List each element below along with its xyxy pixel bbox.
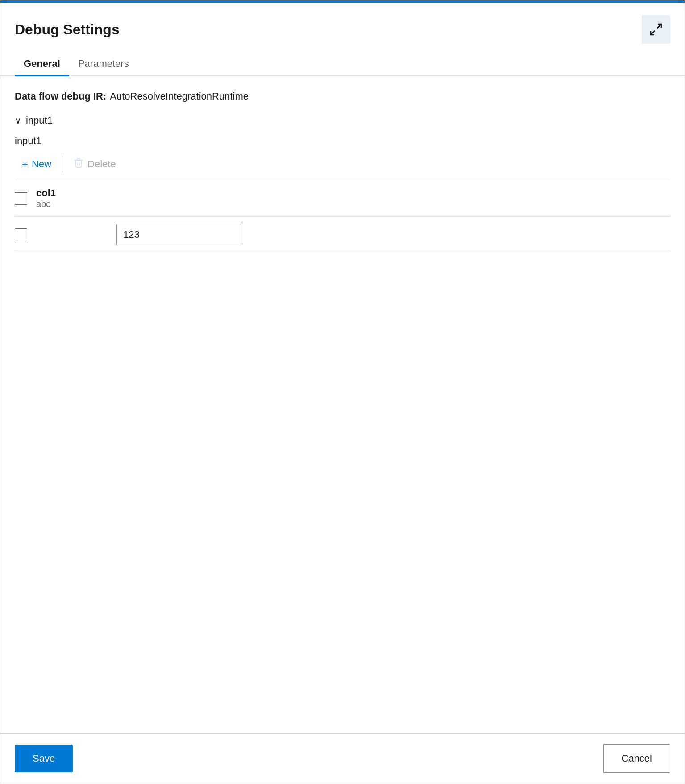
dialog-title: Debug Settings xyxy=(15,21,120,38)
save-button[interactable]: Save xyxy=(15,745,73,772)
delete-button[interactable]: Delete xyxy=(66,154,123,174)
svg-line-1 xyxy=(651,31,655,35)
header-row-checkbox[interactable] xyxy=(15,192,27,205)
tabs-bar: General Parameters xyxy=(0,53,685,76)
expand-icon xyxy=(649,22,663,37)
section-collapse[interactable]: ∨ input1 xyxy=(15,115,670,126)
new-button[interactable]: + New xyxy=(15,154,58,174)
dialog-body: Data flow debug IR: AutoResolveIntegrati… xyxy=(0,76,685,733)
delete-label: Delete xyxy=(87,158,116,170)
dialog-footer: Save Cancel xyxy=(0,733,685,784)
svg-line-0 xyxy=(657,24,661,28)
ir-value: AutoResolveIntegrationRuntime xyxy=(110,91,249,102)
section-name: input1 xyxy=(26,115,53,126)
cancel-button[interactable]: Cancel xyxy=(603,744,670,773)
table-header-row: col1 abc xyxy=(15,180,670,217)
tab-general[interactable]: General xyxy=(15,53,69,76)
row-value-input[interactable] xyxy=(116,224,241,245)
col-type: abc xyxy=(36,199,116,209)
dialog-header: Debug Settings xyxy=(0,3,685,44)
debug-settings-dialog: Debug Settings General Parameters Data f… xyxy=(0,0,685,784)
plus-icon: + xyxy=(22,158,28,170)
expand-button[interactable] xyxy=(642,15,670,44)
table-container: col1 abc xyxy=(15,180,670,253)
toolbar: + New Delete xyxy=(15,154,670,180)
subsection-label: input1 xyxy=(15,135,670,147)
new-label: New xyxy=(32,158,51,170)
col-name: col1 xyxy=(36,187,116,199)
tab-parameters[interactable]: Parameters xyxy=(69,53,138,76)
data-row-checkbox[interactable] xyxy=(15,228,27,241)
trash-icon xyxy=(73,158,84,171)
ir-row: Data flow debug IR: AutoResolveIntegrati… xyxy=(15,91,670,102)
ir-label: Data flow debug IR: xyxy=(15,91,106,102)
data-row xyxy=(15,217,670,253)
chevron-down-icon: ∨ xyxy=(15,115,21,126)
toolbar-divider xyxy=(62,156,62,172)
col-header: col1 abc xyxy=(36,187,116,209)
